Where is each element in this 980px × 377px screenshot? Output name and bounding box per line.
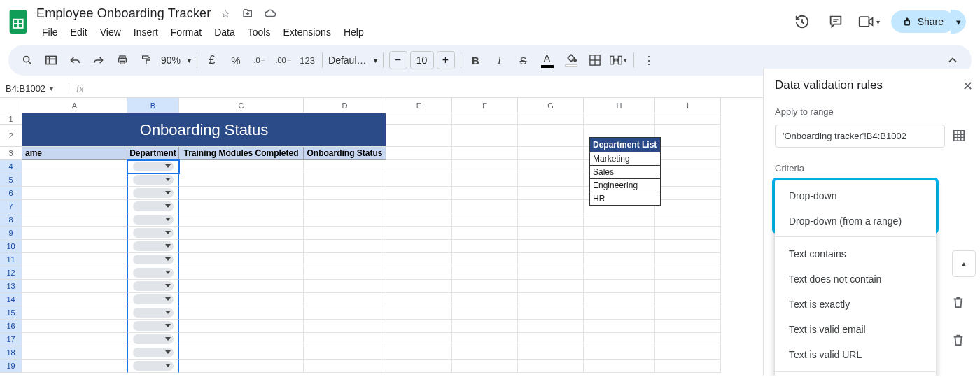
cell[interactable]: [518, 253, 584, 266]
criteria-collapse-button[interactable]: ▴: [952, 250, 976, 277]
col-header[interactable]: A: [22, 98, 127, 113]
cell[interactable]: [518, 147, 584, 160]
cell[interactable]: [452, 187, 518, 200]
close-icon[interactable]: ✕: [962, 78, 973, 94]
cell[interactable]: [518, 227, 584, 240]
range-input[interactable]: [775, 125, 945, 148]
undo-icon[interactable]: [66, 50, 84, 70]
cell[interactable]: [386, 360, 452, 373]
cell[interactable]: [127, 200, 179, 213]
row-header[interactable]: 6: [0, 187, 22, 200]
sheets-logo[interactable]: [7, 8, 29, 36]
col-header[interactable]: D: [304, 98, 386, 113]
cell[interactable]: [386, 147, 452, 160]
cell[interactable]: [655, 320, 721, 333]
cell[interactable]: [304, 306, 386, 320]
cell[interactable]: [127, 213, 179, 227]
decrease-font-icon[interactable]: −: [389, 51, 407, 69]
dropdown-chip[interactable]: [133, 281, 174, 291]
cell[interactable]: [304, 173, 386, 187]
cell[interactable]: [22, 346, 127, 360]
cell[interactable]: [386, 227, 452, 240]
cell[interactable]: [386, 293, 452, 306]
cell[interactable]: [655, 125, 721, 147]
cell[interactable]: [22, 320, 127, 333]
cell[interactable]: [655, 213, 721, 227]
cell[interactable]: [452, 306, 518, 320]
col-header[interactable]: B: [127, 98, 179, 113]
cell[interactable]: [584, 113, 655, 125]
cell[interactable]: [22, 253, 127, 266]
row-header[interactable]: 3: [0, 147, 22, 160]
cell[interactable]: [584, 240, 655, 253]
dropdown-chip[interactable]: [133, 361, 174, 371]
menu-format[interactable]: Format: [165, 25, 207, 39]
cell[interactable]: [304, 253, 386, 266]
menu-edit[interactable]: Edit: [65, 25, 93, 39]
row-header[interactable]: 14: [0, 293, 22, 306]
menu-view[interactable]: View: [94, 25, 127, 39]
cell[interactable]: [304, 227, 386, 240]
cell[interactable]: [655, 160, 721, 173]
cell[interactable]: [179, 360, 304, 373]
cell[interactable]: [179, 293, 304, 306]
cell[interactable]: [518, 360, 584, 373]
cell[interactable]: [179, 200, 304, 213]
row-header[interactable]: 15: [0, 306, 22, 320]
cell[interactable]: [452, 333, 518, 346]
cell[interactable]: [22, 333, 127, 346]
cell[interactable]: [127, 360, 179, 373]
cell[interactable]: [386, 187, 452, 200]
cell[interactable]: [584, 227, 655, 240]
cell[interactable]: [304, 240, 386, 253]
cell[interactable]: [655, 200, 721, 213]
table-view-icon[interactable]: [42, 50, 60, 70]
currency-icon[interactable]: £: [203, 50, 221, 70]
row-header[interactable]: 19: [0, 360, 22, 373]
merged-title-cell[interactable]: Onboarding Status: [22, 113, 386, 147]
dropdown-chip[interactable]: [133, 201, 174, 211]
row-header[interactable]: 8: [0, 213, 22, 227]
cell[interactable]: [518, 240, 584, 253]
cell[interactable]: [452, 160, 518, 173]
select-range-icon[interactable]: [949, 124, 969, 148]
font-selector[interactable]: Defaul…▾: [328, 55, 377, 66]
cell[interactable]: [655, 240, 721, 253]
cell[interactable]: [518, 320, 584, 333]
header-cell[interactable]: Training Modules Completed: [179, 147, 304, 160]
share-button[interactable]: Share: [891, 10, 955, 33]
col-header[interactable]: E: [386, 98, 452, 113]
delete-rule-icon[interactable]: [952, 333, 966, 347]
cell[interactable]: [452, 346, 518, 360]
cell[interactable]: [386, 173, 452, 187]
cell[interactable]: [655, 280, 721, 293]
option-dropdown-range[interactable]: Drop-down (from a range): [775, 208, 936, 234]
dropdown-chip[interactable]: [133, 308, 174, 318]
increase-decimal-icon[interactable]: .00→: [274, 50, 293, 70]
cell[interactable]: [655, 293, 721, 306]
cell[interactable]: [179, 266, 304, 280]
row-header[interactable]: 5: [0, 173, 22, 187]
cell[interactable]: [655, 360, 721, 373]
cell[interactable]: [584, 320, 655, 333]
row-header[interactable]: 7: [0, 200, 22, 213]
header-cell[interactable]: Department: [127, 147, 179, 160]
cell[interactable]: [655, 173, 721, 187]
cell[interactable]: [386, 213, 452, 227]
header-cell[interactable]: Onboarding Status: [304, 147, 386, 160]
col-header[interactable]: I: [655, 98, 721, 113]
cell[interactable]: [386, 113, 452, 125]
cell[interactable]: [386, 125, 452, 147]
cell[interactable]: [179, 173, 304, 187]
cell[interactable]: [584, 293, 655, 306]
history-icon[interactable]: [790, 10, 814, 34]
dropdown-chip[interactable]: [133, 215, 174, 225]
dropdown-chip[interactable]: [133, 255, 174, 264]
cell[interactable]: [584, 253, 655, 266]
print-icon[interactable]: [113, 50, 132, 70]
cell[interactable]: [386, 346, 452, 360]
doc-title[interactable]: Employee Onboarding Tracker: [36, 6, 211, 21]
cell[interactable]: [179, 253, 304, 266]
cell[interactable]: [452, 227, 518, 240]
cell[interactable]: [452, 253, 518, 266]
